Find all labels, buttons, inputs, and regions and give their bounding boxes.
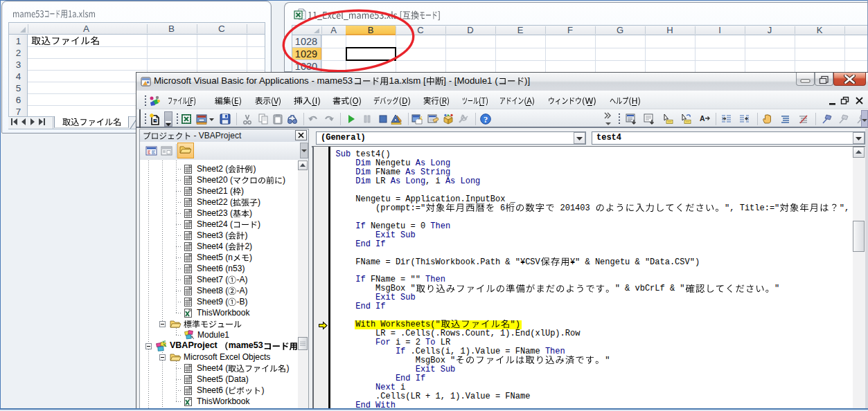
svg-text:?: ?	[484, 115, 488, 125]
svg-text:A: A	[700, 114, 705, 122]
